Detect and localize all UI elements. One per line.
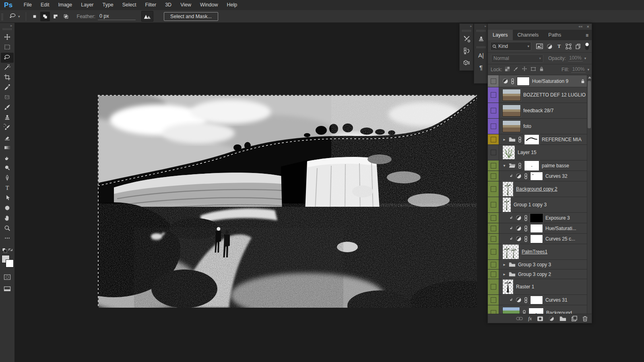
layer-row-exposure-3[interactable]: Exposure 3: [488, 213, 587, 223]
scrollbar-thumb[interactable]: [588, 81, 591, 128]
canvas-document[interactable]: [98, 95, 477, 308]
layer-style-icon[interactable]: fx: [528, 316, 532, 322]
menu-view[interactable]: View: [176, 0, 196, 10]
layer-row-hue-saturati[interactable]: Hue/Saturati...: [488, 223, 587, 234]
visibility-toggle[interactable]: [488, 213, 499, 223]
fill-value[interactable]: 100%: [571, 66, 586, 73]
add-to-selection-button[interactable]: [40, 12, 50, 21]
screen-mode-button[interactable]: [1, 284, 14, 294]
new-layer-icon[interactable]: [572, 316, 577, 321]
layer-mask-thumbnail[interactable]: [530, 172, 543, 181]
layer-row-group-1-copy-3[interactable]: Group 1 copy 3: [488, 197, 587, 213]
layer-row-feedback-28-7[interactable]: feedback 28/7: [488, 103, 587, 119]
visibility-toggle[interactable]: [488, 295, 499, 305]
visibility-toggle[interactable]: [488, 279, 499, 294]
layer-row-curves-31[interactable]: Curves 31: [488, 295, 587, 305]
visibility-toggle[interactable]: [488, 160, 499, 171]
panel-expand-header[interactable]: »: [460, 24, 473, 29]
lock-image-icon[interactable]: [513, 66, 518, 73]
layer-row-bozzetto-def-12-luglio[interactable]: BOZZETTO DEF 12 LUGLIO: [488, 87, 587, 103]
tab-channels[interactable]: Channels: [513, 30, 544, 40]
panel-menu-icon[interactable]: ≡: [586, 33, 588, 38]
menu-edit[interactable]: Edit: [36, 0, 54, 10]
expand-group-icon[interactable]: ▸: [502, 272, 506, 276]
layer-mask-thumbnail[interactable]: [517, 77, 530, 86]
select-and-mask-button[interactable]: Select and Mask...: [164, 12, 218, 21]
tab-paths[interactable]: Paths: [543, 30, 566, 40]
3d-panel-button[interactable]: [460, 57, 473, 69]
expand-group-icon[interactable]: ▸: [502, 137, 506, 142]
layer-row-background[interactable]: -Background: [488, 305, 587, 314]
tool-presets-panel-button[interactable]: [460, 33, 473, 45]
layer-thumbnail-photo[interactable]: [502, 120, 521, 132]
gradient-tool[interactable]: [1, 143, 14, 153]
menu-help[interactable]: Help: [223, 0, 242, 10]
link-layers-icon[interactable]: [516, 317, 523, 321]
filter-kind-dropdown[interactable]: Kind ▾: [490, 42, 531, 51]
layer-thumbnail-photo[interactable]: [502, 105, 521, 117]
add-layer-mask-icon[interactable]: [537, 316, 543, 321]
visibility-toggle[interactable]: [488, 75, 499, 87]
visibility-toggle[interactable]: [488, 87, 499, 103]
layer-mask-thumbnail[interactable]: -: [528, 308, 544, 314]
layer-thumbnail-palms[interactable]: [502, 244, 519, 259]
brush-tool[interactable]: [1, 103, 14, 113]
default-colors-icon[interactable]: [2, 247, 7, 255]
visibility-toggle[interactable]: [488, 145, 499, 160]
layer-row-curves-32[interactable]: Curves 32: [488, 171, 587, 181]
close-panel-icon[interactable]: ×: [587, 25, 589, 29]
layer-thumbnail-landscape[interactable]: [502, 307, 520, 314]
more-tools-tool[interactable]: [1, 234, 14, 244]
visibility-toggle[interactable]: [488, 234, 499, 244]
layer-mask-thumbnail[interactable]: [530, 224, 543, 233]
visibility-toggle[interactable]: [488, 244, 499, 259]
layer-row-background-copy-2[interactable]: Background copy 2: [488, 181, 587, 197]
menu-select[interactable]: Select: [118, 0, 141, 10]
new-adjustment-layer-icon[interactable]: [549, 316, 554, 321]
clone-source-panel-button[interactable]: [475, 33, 487, 45]
eraser-tool[interactable]: [1, 133, 14, 143]
filter-pixel-layers-icon[interactable]: [536, 43, 543, 49]
panel-grip[interactable]: [477, 46, 485, 48]
smudge-tool[interactable]: [1, 153, 14, 163]
visibility-toggle[interactable]: [488, 223, 499, 233]
crop-tool[interactable]: [1, 73, 14, 83]
active-tool-preset[interactable]: ▾: [6, 11, 23, 22]
panel-grip[interactable]: [477, 30, 485, 32]
move-tool[interactable]: [1, 33, 14, 43]
layer-mask-thumbnail[interactable]: -: [524, 160, 539, 171]
visibility-toggle[interactable]: [488, 119, 499, 134]
layer-row-palme-basse[interactable]: ▾-palme basse: [488, 160, 587, 171]
paragraph-panel-button[interactable]: ¶: [475, 61, 487, 73]
layer-thumbnail-palm-med[interactable]: [502, 181, 514, 197]
layer-row-group-3-copy-3[interactable]: ▸Group 3 copy 3: [488, 260, 587, 269]
menu-image[interactable]: Image: [54, 0, 77, 10]
collapse-panels-icon[interactable]: ««: [579, 25, 583, 29]
menu-filter[interactable]: Filter: [140, 0, 161, 10]
swap-colors-icon[interactable]: [8, 247, 13, 254]
lock-artboard-icon[interactable]: [530, 66, 536, 73]
layer-row-group-3-copy-2[interactable]: ▸Group 3 copy 2: [488, 269, 587, 279]
filter-toggle-switch[interactable]: [584, 42, 590, 50]
layer-row-palmtrees1[interactable]: PalmTrees1: [488, 244, 587, 260]
toolbar-expand-icon[interactable]: »: [10, 24, 12, 28]
visibility-toggle[interactable]: [488, 171, 499, 181]
layer-mask-thumbnail[interactable]: [530, 234, 543, 243]
quick-selection-tool[interactable]: [1, 63, 14, 73]
layer-thumbnail-plant[interactable]: [502, 145, 515, 160]
visibility-toggle[interactable]: [488, 181, 499, 197]
anti-alias-button[interactable]: [141, 11, 153, 22]
lock-position-icon[interactable]: [522, 66, 527, 73]
panel-grip[interactable]: [462, 30, 471, 32]
type-tool[interactable]: T: [1, 183, 14, 193]
visibility-toggle[interactable]: [488, 103, 499, 118]
quick-mask-button[interactable]: [1, 272, 14, 282]
clone-stamp-tool[interactable]: [1, 113, 14, 123]
visibility-toggle[interactable]: [488, 269, 499, 279]
lock-transparency-icon[interactable]: [505, 66, 510, 73]
layer-mask-thumbnail[interactable]: [530, 214, 543, 222]
menu-file[interactable]: File: [19, 0, 36, 10]
layer-row-reference-mia[interactable]: ▸REFERENCE MIA: [488, 134, 587, 145]
layer-mask-thumbnail[interactable]: [530, 296, 543, 304]
menu-3d[interactable]: 3D: [161, 0, 176, 10]
